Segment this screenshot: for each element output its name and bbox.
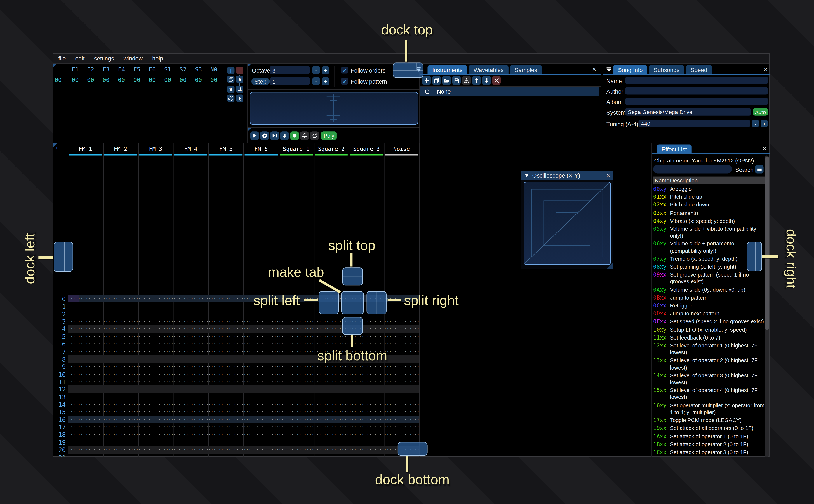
- pattern-cell[interactable]: ··· ·· ·· ····: [208, 334, 243, 339]
- pattern-cell[interactable]: ··· ·· ·· ····: [314, 417, 349, 422]
- channel-header-noise[interactable]: Noise: [384, 146, 419, 152]
- pattern-cell[interactable]: ··· ·· ·· ····: [384, 319, 419, 324]
- collapse-arrow-icon[interactable]: [606, 67, 612, 72]
- order-cell[interactable]: 00: [130, 77, 143, 84]
- pattern-cell[interactable]: ··· ·· ·· ····: [103, 296, 138, 301]
- pattern-cell[interactable]: ··· ·· ·· ····: [173, 364, 208, 369]
- pattern-cell[interactable]: ··· ·· ·· ····: [314, 402, 349, 407]
- pattern-cell[interactable]: ··· ·· ·· ····: [208, 425, 243, 430]
- pattern-cell[interactable]: ··· ·· ·· ····: [279, 387, 314, 392]
- pattern-cell[interactable]: ··· ·· ·· ····: [243, 349, 279, 354]
- pattern-cell[interactable]: ··· ·· ·· ····: [384, 357, 419, 362]
- pattern-cell[interactable]: ··· ·· ·· ····: [68, 319, 103, 324]
- pattern-cell[interactable]: ··· ·· ·· ····: [243, 364, 279, 369]
- pattern-cell[interactable]: ··· ·· ·· ····: [138, 455, 173, 457]
- pattern-cell[interactable]: ··· ·· ·· ····: [103, 395, 138, 399]
- effect-list-row[interactable]: 10xySetup LFO (x: enable; y: speed): [653, 326, 765, 334]
- pattern-cell[interactable]: ··· ·· ·· ····: [243, 379, 279, 384]
- channel-header-square-1[interactable]: Square 1: [279, 146, 314, 152]
- pattern-cell[interactable]: ··· ·· ·· ····: [384, 387, 419, 392]
- pattern-cell[interactable]: ··· ·· ·· ····: [349, 364, 384, 369]
- order-cell[interactable]: 00: [161, 77, 174, 84]
- chevrons-down-order-button[interactable]: ⇊: [236, 86, 243, 93]
- pattern-cell[interactable]: ··· ·· ·· ····: [243, 319, 279, 324]
- pattern-cell[interactable]: ··· ·· ·· ····: [103, 417, 138, 422]
- dock-right-target[interactable]: [747, 242, 762, 271]
- pattern-cell[interactable]: ··· ·· ·· ····: [68, 334, 103, 339]
- pattern-cell[interactable]: ··· ·· ·· ····: [208, 402, 243, 407]
- pattern-cell[interactable]: ··· ·· ·· ····: [173, 304, 208, 309]
- pattern-cell[interactable]: ··· ·· ·· ····: [138, 402, 173, 407]
- menu-edit[interactable]: edit: [75, 55, 85, 62]
- pattern-cell[interactable]: ··· ·· ·· ····: [314, 372, 349, 377]
- effect-list-row[interactable]: 0DxxJump to next pattern: [653, 310, 765, 318]
- step-plus-button[interactable]: +: [322, 77, 329, 85]
- pattern-cell[interactable]: ··· ·· ·· ····: [208, 410, 243, 414]
- octave-minus-button[interactable]: -: [312, 66, 320, 74]
- channel-header-fm-5[interactable]: FM 5: [208, 146, 243, 152]
- pattern-cell[interactable]: ··· ·· ·· ····: [138, 379, 173, 384]
- pattern-cell[interactable]: ··· ·· ·· ····: [279, 395, 314, 399]
- pattern-cell[interactable]: ··· ·· ·· ····: [173, 319, 208, 324]
- pattern-cell[interactable]: ··· ·· ·· ····: [349, 440, 384, 445]
- pattern-cell[interactable]: ··· ·· ·· ····: [314, 395, 349, 399]
- pattern-cell[interactable]: ··· ·· ·· ····: [68, 402, 103, 407]
- effect-list-row[interactable]: 1BxxSet attack of operator 2 (0 to 1F): [653, 440, 765, 448]
- play-button[interactable]: [250, 131, 259, 140]
- pattern-cell[interactable]: ··· ·· ·· ····: [279, 334, 314, 339]
- pattern-cell[interactable]: ··· ·· ·· ····: [173, 410, 208, 414]
- effect-list-row[interactable]: 09xxSet groove pattern (speed 1 if no gr…: [653, 271, 765, 286]
- order-cell[interactable]: 00: [207, 77, 220, 84]
- song-author-input[interactable]: [625, 87, 768, 95]
- pattern-cell[interactable]: ··· ·· ·· ····: [279, 440, 314, 445]
- pattern-cell[interactable]: ··· ·· ·· ····: [68, 425, 103, 430]
- pattern-cell[interactable]: ··· ·· ·· ····: [103, 440, 138, 445]
- pattern-cell[interactable]: ··· ·· ·· ····: [103, 432, 138, 437]
- pattern-cell[interactable]: ··· ·· ·· ····: [138, 312, 173, 316]
- dock-bottom-target[interactable]: [397, 442, 428, 456]
- pattern-cell[interactable]: ··· ·· ·· ····: [384, 410, 419, 414]
- menu-window[interactable]: window: [123, 55, 143, 62]
- pattern-cell[interactable]: ··· ·· ·· ····: [279, 357, 314, 362]
- pattern-cell[interactable]: ··· ·· ·· ····: [349, 342, 384, 347]
- pattern-cell[interactable]: ··· ·· ·· ····: [208, 379, 243, 384]
- oscilloscope-xy-window[interactable]: Oscilloscope (X-Y) ×: [521, 171, 613, 269]
- pattern-cell[interactable]: ··· ·· ·· ····: [173, 432, 208, 437]
- pattern-cell[interactable]: ··· ·· ·· ····: [173, 395, 208, 399]
- delete-instrument-button[interactable]: [492, 76, 500, 84]
- effect-list-row[interactable]: 0BxxJump to pattern: [653, 294, 765, 302]
- menu-help[interactable]: help: [152, 55, 163, 62]
- pattern-cell[interactable]: ··· ·· ·· ····: [103, 372, 138, 377]
- pattern-cell[interactable]: ··· ·· ·· ····: [68, 312, 103, 316]
- pattern-cell[interactable]: ··· ·· ·· ····: [279, 410, 314, 414]
- pattern-cell[interactable]: ··· ·· ·· ····: [314, 425, 349, 430]
- pattern-cell[interactable]: ··· ·· ·· ····: [103, 379, 138, 384]
- effect-list-row[interactable]: 0FxxSet speed (speed 2 if no grooves exi…: [653, 318, 765, 326]
- effect-list-row[interactable]: 12xxSet level of operator 1 (0 highest, …: [653, 342, 765, 357]
- pattern-corner-button[interactable]: ++: [55, 145, 62, 151]
- pattern-cell[interactable]: ··· ·· ·· ····: [243, 395, 279, 399]
- pattern-cell[interactable]: ··· ·· ·· ····: [384, 372, 419, 377]
- tab-song-info[interactable]: Song Info: [613, 65, 648, 74]
- pattern-cell[interactable]: ··· ·· ·· ····: [173, 357, 208, 362]
- pattern-cell[interactable]: ··· ·· ·· ····: [68, 364, 103, 369]
- effect-list-row[interactable]: 1CxxSet attack of operator 3 (0 to 1F): [653, 448, 765, 456]
- pattern-cell[interactable]: ··· ·· ·· ····: [173, 455, 208, 457]
- step-input[interactable]: 1: [270, 77, 310, 85]
- pattern-cell[interactable]: ··· ·· ·· ····: [384, 395, 419, 399]
- tuning-plus-button[interactable]: +: [761, 120, 768, 127]
- pattern-cell[interactable]: ··· ·· ·· ····: [349, 447, 384, 452]
- pattern-cell[interactable]: ··· ·· ·· ····: [349, 395, 384, 399]
- order-cell[interactable]: 00: [69, 77, 81, 84]
- pattern-cell[interactable]: ··· ·· ·· ····: [208, 395, 243, 399]
- pattern-cell[interactable]: ··· ·· ·· ····: [243, 455, 279, 457]
- pattern-cell[interactable]: ··· ·· ·· ····: [208, 349, 243, 354]
- pattern-cell[interactable]: ··· ·· ·· ····: [243, 447, 279, 452]
- move-instrument-up-button[interactable]: [472, 76, 480, 84]
- pattern-cell[interactable]: ··· ·· ·· ····: [103, 425, 138, 430]
- pattern-cell[interactable]: ··· ·· ·· ····: [68, 395, 103, 399]
- pattern-cell[interactable]: ··· ·· ·· ····: [68, 440, 103, 445]
- tuning-minus-button[interactable]: -: [752, 120, 759, 127]
- pattern-cell[interactable]: ··· ·· ·· ····: [243, 327, 279, 331]
- oscilloscope-close-icon[interactable]: ×: [606, 172, 610, 179]
